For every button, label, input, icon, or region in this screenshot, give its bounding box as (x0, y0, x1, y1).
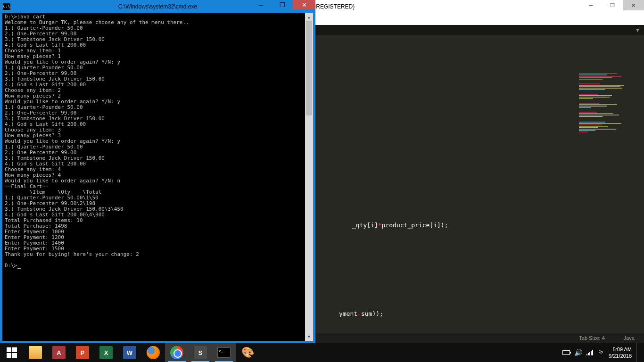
sublime-minimap[interactable] (579, 73, 636, 177)
taskbar-sublime[interactable]: S (189, 343, 212, 362)
cmd-icon: C:\ (3, 3, 10, 10)
taskbar-chrome[interactable] (165, 343, 189, 362)
token: product_price[i]); (382, 222, 448, 229)
cmd-output: D:\>java cart Welcome to Burger TK, plea… (5, 14, 311, 269)
excel-icon: X (99, 346, 113, 359)
taskbar-cmd[interactable]: >_ (212, 343, 236, 362)
cmd-scroll-up-button[interactable]: ▲ (305, 13, 313, 21)
sublime-syntax[interactable]: Java (624, 335, 635, 341)
paint-icon: 🎨 (241, 346, 254, 359)
code-line: yment-sum)); (317, 303, 383, 324)
cmd-maximize-button[interactable]: ❐ (272, 0, 293, 9)
powerpoint-icon: P (76, 346, 89, 359)
sublime-maximize-button[interactable]: ❐ (602, 0, 623, 10)
access-icon: A (52, 346, 66, 359)
tray-date: 9/21/2018 (609, 353, 632, 359)
code-line: _qty[i]*product_price[i]); (330, 214, 448, 236)
sublime-dropdown-icon[interactable]: ▼ (635, 27, 640, 33)
tray-icons: 🔊 🏳 (562, 349, 604, 356)
cmd-window-title: C:\Windows\system32\cmd.exe (118, 3, 197, 10)
token: yment (339, 310, 357, 317)
cmd-scroll-thumb[interactable] (306, 21, 312, 115)
taskbar: A P X W S >_ 🎨 🔊 🏳 5:09 AM 9/21/2018 (0, 343, 644, 362)
firefox-icon (147, 346, 160, 359)
cmd-taskbar-icon: >_ (217, 347, 231, 358)
cmd-scrollbar[interactable]: ▲ ▼ (305, 13, 313, 341)
taskbar-excel[interactable]: X (94, 343, 118, 362)
volume-icon[interactable]: 🔊 (574, 349, 582, 356)
cmd-window: C:\ C:\Windows\system32\cmd.exe ─ ❐ ✕ D:… (0, 0, 315, 343)
sublime-minimize-button[interactable]: ─ (580, 0, 602, 10)
tray-datetime[interactable]: 5:09 AM 9/21/2018 (609, 346, 632, 359)
cmd-titlebar[interactable]: C:\ C:\Windows\system32\cmd.exe ─ ❐ ✕ (0, 0, 315, 13)
show-desktop-button[interactable] (636, 343, 640, 362)
word-icon: W (123, 346, 136, 359)
token: - (357, 310, 361, 317)
windows-logo-icon (7, 347, 17, 358)
taskbar-access[interactable]: A (47, 343, 71, 362)
token: sum)); (361, 310, 383, 317)
cmd-minimize-button[interactable]: ─ (250, 0, 272, 9)
sublime-close-button[interactable]: ✕ (623, 0, 644, 10)
taskbar-powerpoint[interactable]: P (71, 343, 94, 362)
start-button[interactable] (0, 343, 24, 362)
token: _qty[i] (352, 222, 378, 229)
action-center-icon[interactable]: 🏳 (597, 349, 604, 356)
taskbar-paint[interactable]: 🎨 (236, 343, 259, 362)
cmd-terminal-area[interactable]: D:\>java cart Welcome to Burger TK, plea… (2, 13, 313, 341)
system-tray: 🔊 🏳 5:09 AM 9/21/2018 (562, 343, 644, 362)
cmd-close-button[interactable]: ✕ (293, 0, 315, 9)
sublime-tabsize[interactable]: Tab Size: 4 (579, 335, 604, 341)
cmd-scroll-down-button[interactable]: ▼ (305, 333, 313, 341)
taskbar-file-explorer[interactable] (24, 343, 47, 362)
token: * (378, 222, 382, 229)
file-explorer-icon (29, 346, 42, 359)
taskbar-firefox[interactable] (141, 343, 165, 362)
network-icon[interactable] (586, 350, 593, 355)
taskbar-word[interactable]: W (118, 343, 141, 362)
sublime-icon: S (194, 346, 207, 359)
tray-time: 5:09 AM (609, 346, 632, 353)
battery-icon[interactable] (562, 350, 570, 355)
chrome-icon (170, 346, 183, 359)
